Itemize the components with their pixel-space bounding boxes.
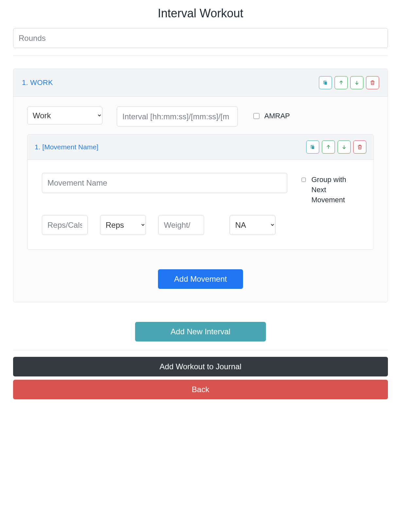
interval-type-select[interactable]: Work	[27, 107, 102, 125]
weight-unit-select[interactable]: NA	[230, 215, 275, 235]
add-to-journal-button[interactable]: Add Workout to Journal	[13, 357, 388, 376]
movement-actions	[306, 141, 366, 154]
group-next-label: Group with Next Movement	[311, 175, 359, 205]
arrow-up-icon	[338, 80, 344, 86]
back-button[interactable]: Back	[13, 380, 388, 399]
reps-unit-select[interactable]: Reps	[100, 215, 146, 235]
divider	[13, 55, 388, 56]
reps-input[interactable]	[42, 215, 88, 235]
arrow-up-icon	[325, 144, 331, 150]
movement-title: 1. [Movement Name]	[35, 143, 98, 151]
movement-card-body: Group with Next Movement Reps NA	[27, 160, 374, 249]
amrap-label: AMRAP	[264, 112, 290, 120]
amrap-wrap: AMRAP	[252, 107, 290, 120]
add-movement-button[interactable]: Add Movement	[158, 269, 243, 289]
copy-movement-button[interactable]	[306, 141, 319, 154]
movement-name-input[interactable]	[42, 173, 287, 193]
add-interval-button[interactable]: Add New Interval	[135, 322, 266, 341]
delete-movement-button[interactable]	[353, 141, 366, 154]
interval-actions	[319, 76, 379, 89]
copy-icon	[310, 144, 316, 150]
copy-icon	[323, 80, 328, 86]
interval-card-body: Work AMRAP 1. [Movement Name]	[13, 97, 388, 302]
page-title: Interval Workout	[13, 7, 388, 20]
move-movement-down-button[interactable]	[338, 141, 351, 154]
rounds-input[interactable]	[13, 28, 388, 48]
arrow-down-icon	[354, 80, 360, 86]
interval-duration-input[interactable]	[117, 107, 238, 126]
move-interval-up-button[interactable]	[335, 76, 348, 89]
arrow-down-icon	[341, 144, 347, 150]
weight-input[interactable]	[158, 215, 204, 235]
trash-icon	[370, 80, 375, 86]
move-movement-up-button[interactable]	[322, 141, 335, 154]
delete-interval-button[interactable]	[366, 76, 379, 89]
movement-card: 1. [Movement Name]	[27, 134, 374, 250]
copy-interval-button[interactable]	[319, 76, 332, 89]
divider-bottom	[13, 350, 388, 350]
interval-card-header[interactable]: 1. WORK	[13, 69, 388, 97]
amrap-checkbox[interactable]	[253, 113, 259, 119]
interval-title: 1. WORK	[22, 78, 53, 87]
move-interval-down-button[interactable]	[350, 76, 363, 89]
interval-card: 1. WORK	[13, 69, 388, 302]
group-next-checkbox[interactable]	[302, 177, 306, 183]
trash-icon	[357, 144, 363, 150]
movement-card-header[interactable]: 1. [Movement Name]	[27, 135, 374, 160]
